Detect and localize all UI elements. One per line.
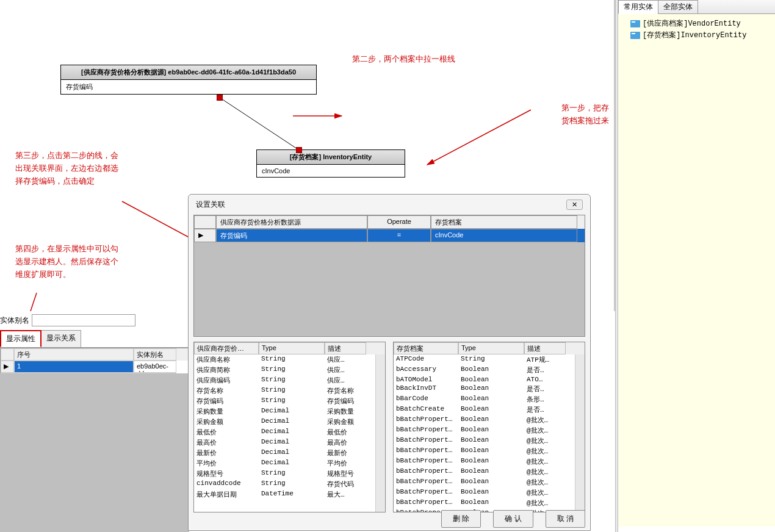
list-item[interactable]: bBatchProperty5Boolean@批次… [394, 467, 585, 477]
list-item[interactable]: bBatchProperty4Boolean@批次… [394, 456, 585, 467]
tab-display-relations[interactable]: 显示关系 [41, 330, 81, 347]
rel-indicator-header [194, 215, 216, 229]
property-tabs: 显示属性 显示关系 [0, 330, 189, 348]
entity-field[interactable]: 存货编码 [61, 80, 316, 94]
list-item[interactable]: bBatchCreateBoolean是否… [394, 404, 585, 415]
list-item[interactable]: 供应商简称String供应… [194, 365, 385, 375]
right-field-list[interactable]: 存货档案 Type 描述 ATPCodeStringATP规…bAccessar… [393, 342, 585, 512]
connector-handle[interactable] [217, 95, 223, 101]
list-item[interactable]: bBatchProperty10Boolean@批次… [394, 425, 585, 436]
list-item[interactable]: 规格型号String规格型号 [194, 469, 385, 479]
list-item[interactable]: 采购金额Decimal采购金额 [194, 417, 385, 427]
rel-left-cell[interactable]: 存货编码 [216, 229, 367, 242]
alias-input[interactable] [32, 314, 135, 326]
list-item[interactable]: 供应商名称String供应… [194, 354, 385, 365]
close-icon[interactable]: ✕ [566, 200, 583, 210]
list-item[interactable]: bATOModelBooleanATO… [394, 375, 585, 384]
entity-header: [供应商存货价格分析数据源] eb9ab0ec-dd06-41fc-a60a-1… [61, 65, 316, 80]
list-desc-header: 描述 [325, 342, 366, 354]
table-row[interactable]: ▶1eb9ab0ec-dd… [1, 361, 189, 373]
tree-item-label: [存货档案]InventoryEntity [643, 30, 746, 40]
grid-seq-header: 序号 [14, 348, 134, 361]
list-item[interactable]: ATPCodeStringATP规… [394, 354, 585, 365]
list-type-header: Type [259, 342, 325, 354]
tree-item[interactable]: [供应商档案]VendorEntity [622, 18, 771, 29]
grid-background [0, 373, 189, 532]
list-item[interactable]: 最大单据日期DateTime最大… [194, 489, 385, 500]
list-item[interactable]: 最新价Decimal最新价 [194, 448, 385, 458]
list-item[interactable]: bBatchProperty8Boolean@批次… [394, 498, 585, 508]
list-item[interactable]: 存货编码String存货编码 [194, 396, 385, 406]
tab-all-entities[interactable]: 全部实体 [658, 0, 698, 14]
list-item[interactable]: cinvaddcodeString存货代码 [194, 479, 385, 489]
ok-button[interactable]: 确 认 [493, 510, 533, 528]
tree-item[interactable]: [存货档案]InventoryEntity [622, 29, 771, 41]
entity-tree[interactable]: [供应商档案]VendorEntity[存货档案]InventoryEntity [618, 14, 775, 527]
connector-handle[interactable] [296, 147, 302, 153]
grid-cell[interactable]: eb9ab0ec-dd… [134, 361, 176, 373]
list-name-header: 供应商存货价… [194, 342, 259, 354]
list-name-header: 存货档案 [394, 342, 458, 354]
entity-icon [630, 20, 640, 27]
list-item[interactable]: bBackInvDTBoolean是否… [394, 384, 585, 394]
left-field-list[interactable]: 供应商存货价… Type 描述 供应商名称String供应…供应商简称Strin… [193, 342, 386, 512]
grid-indicator-header [1, 348, 14, 361]
grid-alias-header: 实体别名 [134, 348, 176, 361]
list-item[interactable]: bBatchProperty2Boolean@批次… [394, 436, 585, 446]
row-indicator-icon: ▶ [1, 361, 14, 373]
scrollbar[interactable] [575, 354, 585, 512]
scrollbar[interactable] [375, 354, 385, 512]
entity-header: [存货档案] InventoryEntity [257, 150, 405, 165]
list-type-header: Type [458, 342, 524, 354]
relation-dialog: 设置关联 ✕ 供应商存货价格分析数据源 Operate 存货档案 ▶ 存货编码 … [188, 194, 591, 531]
rel-op-cell[interactable]: = [367, 229, 431, 242]
dialog-title: 设置关联 [196, 200, 225, 210]
delete-button[interactable]: 删 除 [441, 510, 481, 528]
rel-left-header: 供应商存货价格分析数据源 [216, 215, 367, 229]
list-desc-header: 描述 [524, 342, 566, 354]
annotation-step3: 第三步，点击第二步的线，会出现关联界面，左边右边都选择存货编码，点击确定 [15, 149, 125, 187]
tab-display-properties[interactable]: 显示属性 [0, 330, 41, 347]
annotation-step4: 第四步，在显示属性中可以勾选显示建档人。然后保存这个维度扩展即可。 [15, 243, 125, 281]
alias-label: 实体别名 [0, 315, 29, 326]
svg-line-4 [24, 293, 37, 311]
entity-field[interactable]: cInvCode [257, 165, 405, 177]
tree-item-label: [供应商档案]VendorEntity [643, 18, 741, 29]
list-item[interactable]: bBatchProperty7Boolean@批次… [394, 487, 585, 498]
list-item[interactable]: bAccessaryBoolean是否… [394, 365, 585, 375]
list-item[interactable]: 最低价Decimal最低价 [194, 427, 385, 437]
entity-icon [630, 32, 640, 39]
list-item[interactable]: 最高价Decimal最高价 [194, 437, 385, 448]
grid-cell[interactable]: 1 [14, 361, 134, 373]
list-item[interactable]: bBatchProperty3Boolean@批次… [394, 446, 585, 456]
svg-line-2 [427, 110, 531, 165]
list-item[interactable]: 存货名称String存货名称 [194, 386, 385, 396]
list-item[interactable]: bBarCodeBoolean条形… [394, 394, 585, 404]
list-item[interactable]: bBatchProperty1Boolean@批次… [394, 415, 585, 425]
list-item[interactable]: 采购数量Decimal采购数量 [194, 406, 385, 417]
annotation-step2: 第二步，两个档案中拉一根线 [352, 53, 455, 66]
relation-row[interactable]: ▶ 存货编码 = cInvCode [194, 229, 585, 242]
list-item[interactable]: bBatchProperty6Boolean@批次… [394, 477, 585, 487]
svg-line-0 [220, 98, 299, 150]
rel-right-header: 存货档案 [431, 215, 577, 229]
tab-common-entities[interactable]: 常用实体 [618, 0, 658, 14]
rel-right-cell[interactable]: cInvCode [431, 229, 577, 242]
annotation-step1: 第一步，把存货档案拖过来 [561, 102, 614, 128]
list-item[interactable]: 平均价Decimal平均价 [194, 458, 385, 469]
rel-op-header: Operate [367, 215, 431, 229]
list-item[interactable]: 供应商编码String供应… [194, 375, 385, 386]
relation-grid[interactable]: 供应商存货价格分析数据源 Operate 存货档案 ▶ 存货编码 = cInvC… [193, 215, 585, 337]
row-indicator-icon: ▶ [194, 229, 216, 242]
cancel-button[interactable]: 取 消 [546, 510, 585, 528]
entity-side-panel: 常用实体 全部实体 [供应商档案]VendorEntity[存货档案]Inven… [618, 0, 775, 532]
entity-supplier-price[interactable]: [供应商存货价格分析数据源] eb9ab0ec-dd06-41fc-a60a-1… [60, 65, 317, 95]
entity-inventory[interactable]: [存货档案] InventoryEntity cInvCode [256, 149, 405, 178]
